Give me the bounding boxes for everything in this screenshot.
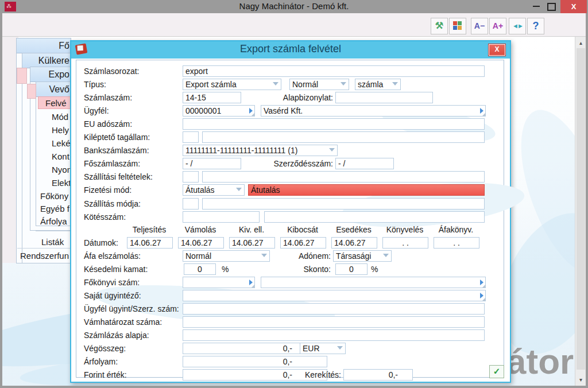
field-label: Dátumok:	[84, 237, 118, 249]
sidebar-item-modositas[interactable]: Mód	[52, 111, 70, 123]
settings-wrench-button[interactable]: ⚒	[431, 18, 448, 34]
datum-afakonyv-input[interactable]: . .	[434, 237, 479, 249]
field-label: Saját ügyintéző:	[84, 290, 141, 301]
sidebar-item-fokonyv[interactable]: Főköny	[40, 190, 70, 202]
currency-select[interactable]: EUR	[300, 343, 346, 354]
sidebar-item-egyeb[interactable]: Egyéb f	[40, 203, 70, 215]
field-label: Kerekítés:	[301, 369, 341, 381]
close-window-button[interactable]: X	[560, 0, 587, 13]
szamlaszam-input[interactable]: 14-15	[183, 92, 241, 103]
kerekites-input[interactable]: 0,-	[343, 369, 413, 381]
afa-elszamolas-select[interactable]: Normál	[183, 250, 270, 262]
content-area: átor ◉ ◈ ▤ ◎ ✦ ◆ ◆ ▥ ◧ ▣ ▦ ⌂ ☻ ☻ ◆ ⚙ Fő …	[2, 37, 586, 386]
szamlasorozat-input[interactable]: export	[183, 65, 485, 77]
resize-grip-icon	[482, 284, 486, 288]
sidebar-item-arfolyam[interactable]: Árfolya	[40, 215, 70, 227]
modules-grid-button[interactable]	[449, 18, 466, 34]
ugyfel-name-input[interactable]: Vasérd Kft.	[261, 105, 486, 117]
field-label: Árfolyam:	[84, 356, 118, 367]
tipus-select[interactable]: Export számla	[183, 79, 281, 90]
font-decrease-button[interactable]: A−	[471, 18, 488, 34]
datum-konyveles-input[interactable]: . .	[382, 237, 428, 249]
szamlazas-alapja-input[interactable]	[183, 329, 485, 341]
szallitasi-code-input[interactable]	[183, 171, 199, 183]
minimize-button[interactable]	[533, 6, 540, 7]
datum-vamolas-input[interactable]: 14.06.27	[178, 237, 224, 249]
scroll-down-icon[interactable]: ▾	[575, 375, 586, 385]
chevron-down-icon	[392, 82, 398, 86]
chevron-down-icon	[236, 188, 242, 191]
kilepteto-code-input[interactable]	[183, 131, 199, 143]
fizetesi-mod-alert-field[interactable]: Átutalás	[248, 184, 485, 196]
kilepteto-name-input[interactable]	[202, 131, 485, 143]
field-label: Számlaszám:	[84, 92, 132, 103]
foszamlaszam-input[interactable]: - /	[183, 158, 241, 169]
sidebar-item-kontirozas[interactable]: Kont	[52, 150, 70, 162]
date-col-header: Könyvelés	[380, 225, 430, 234]
kotesszam-input[interactable]	[183, 211, 260, 223]
adonem-select[interactable]: Társasági	[333, 250, 392, 262]
sidebar-item-listak[interactable]: Listák	[41, 236, 70, 248]
fizetesi-mod-select[interactable]: Átutalás	[183, 184, 245, 196]
tipus-kind-select[interactable]: számla	[355, 79, 401, 90]
szallitasi-name-input[interactable]	[202, 171, 485, 183]
font-increase-button[interactable]: A+	[489, 18, 506, 34]
help-icon: ?	[533, 20, 539, 32]
date-col-header: Kibocsát	[277, 225, 328, 234]
dialog-title: Export számla felvétel	[71, 43, 510, 55]
szallitas-modja-input[interactable]	[202, 198, 485, 209]
date-col-header: Áfakönyv.	[431, 225, 481, 234]
sidebar-item-lekerdezes[interactable]: Leké	[52, 137, 70, 149]
background-watermark: átor	[506, 341, 574, 382]
datum-esedekes-input[interactable]: 14.06.27	[331, 237, 377, 249]
field-label: Szerződésszám:	[264, 158, 333, 169]
resize-grip-icon	[251, 284, 255, 288]
bankszamlaszam-select[interactable]: 11111111-11111111-11111111 (1)	[183, 145, 338, 156]
field-label: Főkönyvi szám:	[84, 277, 140, 288]
menu-header-main[interactable]: Fő	[17, 38, 71, 53]
eu-adoszam-input[interactable]	[183, 118, 485, 130]
alapbizonylat-input[interactable]	[335, 92, 433, 103]
chevron-down-icon	[273, 82, 278, 86]
field-label: Alapbizonylat:	[264, 92, 333, 103]
datum-teljesites-input[interactable]: 14.06.27	[127, 237, 173, 249]
help-button[interactable]: ?	[527, 18, 544, 34]
ugyfel-code-input[interactable]: 00000001	[183, 105, 255, 117]
kesedelmi-kamat-input[interactable]: 0	[184, 263, 216, 275]
vamhatarozat-input[interactable]	[183, 316, 485, 328]
datum-kibocsat-input[interactable]: 14.06.27	[280, 237, 326, 249]
vertical-scrollbar[interactable]: ▴ ▾	[575, 37, 586, 386]
menu-header-export[interactable]: Expo	[30, 67, 71, 82]
window-title: Nagy Machinátor - Demó kft.	[0, 1, 588, 11]
field-label: Adónem:	[276, 250, 331, 262]
tipus-mode-select[interactable]: Normál	[289, 79, 349, 90]
ugyfel-ugyint-input[interactable]	[183, 303, 485, 315]
kotesszam-name-input[interactable]	[264, 211, 485, 223]
skonto-input[interactable]: 0	[335, 263, 368, 275]
field-label: Vámhatározat száma:	[84, 316, 162, 328]
confirm-check-button[interactable]: ✓	[489, 365, 504, 378]
date-col-header: Esedékes	[328, 225, 379, 234]
fokonyvi-name-input[interactable]	[261, 277, 486, 288]
sidebar-item-elektronikus[interactable]: Elekt	[52, 177, 70, 189]
chevron-down-icon	[337, 346, 343, 350]
sidebar-item-helyesbites[interactable]: Hely	[52, 124, 70, 136]
resize-arrows-button[interactable]: ◄►	[509, 18, 526, 34]
window-titlebar: ⁂ Nagy Machinátor - Demó kft. X	[0, 0, 588, 13]
sidebar-item-rendszerfunkciok[interactable]: Rendszerfun	[20, 250, 70, 262]
scrollbar-thumb[interactable]	[577, 48, 585, 370]
dialog-close-button[interactable]: X	[488, 44, 506, 56]
date-col-header: Teljesítés	[124, 225, 175, 234]
szerzodesszam-input[interactable]: - /	[335, 158, 394, 169]
font-increase-icon: A+	[493, 21, 503, 30]
datum-kivell-input[interactable]: 14.06.27	[229, 237, 275, 249]
sajat-ugyintezo-input[interactable]	[183, 290, 486, 301]
szallitas-modja-code-input[interactable]	[183, 198, 199, 209]
sidebar-item-nyomtatas[interactable]: Nyom	[52, 164, 70, 176]
maximize-button[interactable]	[547, 3, 556, 11]
scroll-up-icon[interactable]: ▴	[575, 38, 586, 48]
menu-header-vevo[interactable]: Vevő	[36, 82, 71, 97]
fokonyvi-code-input[interactable]	[183, 277, 255, 288]
menu-pink-icon	[27, 84, 36, 99]
arfolyam-input[interactable]: 0,-	[183, 356, 327, 367]
